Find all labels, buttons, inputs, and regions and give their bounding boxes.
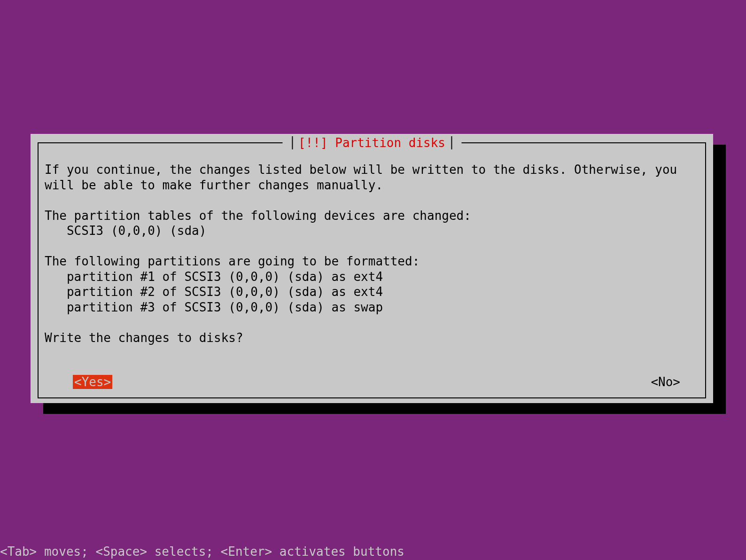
- dialog-text-line: [45, 239, 699, 254]
- dialog-buttons: <Yes> <No>: [45, 375, 699, 389]
- title-divider-icon: [451, 136, 452, 149]
- dialog-border: [38, 142, 39, 398]
- dialog-text-line: partition #2 of SCSI3 (0,0,0) (sda) as e…: [45, 284, 699, 300]
- no-button[interactable]: <No>: [651, 375, 680, 389]
- dialog-content: If you continue, the changes listed belo…: [45, 162, 699, 345]
- dialog-text-line: [45, 315, 699, 330]
- dialog-border: [705, 142, 706, 398]
- dialog-text-line: partition #3 of SCSI3 (0,0,0) (sda) as s…: [45, 300, 699, 315]
- footer-hint: <Tab> moves; <Space> selects; <Enter> ac…: [0, 544, 746, 560]
- dialog-border: [38, 397, 706, 398]
- dialog-text-line: The partition tables of the following de…: [45, 208, 699, 224]
- dialog-text-line: will be able to make further changes man…: [45, 178, 699, 193]
- yes-button[interactable]: <Yes>: [73, 375, 112, 389]
- dialog-text-line: SCSI3 (0,0,0) (sda): [45, 223, 699, 239]
- dialog-title: [!!] Partition disks: [298, 136, 445, 150]
- dialog-text-line: partition #1 of SCSI3 (0,0,0) (sda) as e…: [45, 269, 699, 285]
- dialog-text-line: If you continue, the changes listed belo…: [45, 162, 699, 178]
- dialog-text-line: The following partitions are going to be…: [45, 254, 699, 269]
- title-divider-icon: [292, 136, 293, 149]
- dialog-text-line: Write the changes to disks?: [45, 330, 699, 346]
- partition-dialog: [!!] Partition disks If you continue, th…: [31, 134, 713, 403]
- dialog-text-line: [45, 193, 699, 208]
- dialog-title-wrap: [!!] Partition disks: [282, 136, 461, 149]
